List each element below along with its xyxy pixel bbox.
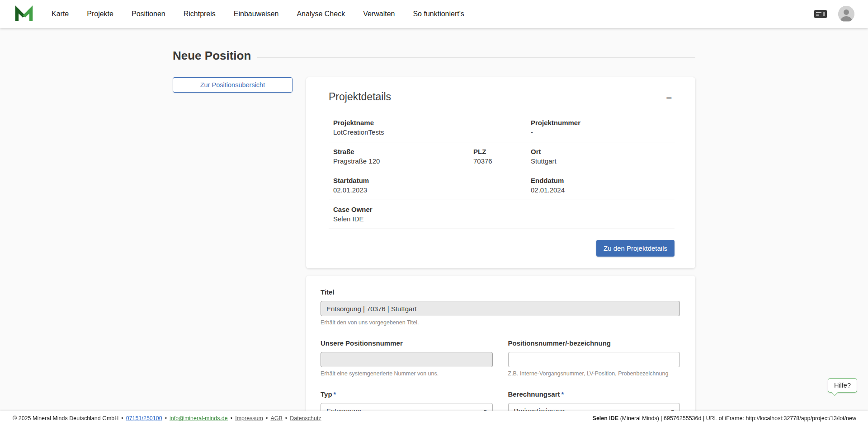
titel-label: Titel <box>321 288 680 296</box>
title-divider <box>257 57 695 58</box>
field-projektnummer: Projektnummer - <box>531 119 671 136</box>
email-link[interactable]: info@mineral-minds.de <box>170 415 228 421</box>
titel-input <box>321 301 680 316</box>
positionsnummer-input[interactable] <box>508 352 680 367</box>
main-content: Neue Position Zur Positionsübersicht Pro… <box>0 28 868 426</box>
field-strasse: Straße Pragstraße 120 <box>333 148 473 165</box>
field-value: Pragstraße 120 <box>333 157 473 165</box>
field-label: Projektname <box>333 119 531 126</box>
copyright-text: © 2025 Mineral Minds Deutschland GmbH <box>13 415 118 421</box>
field-projektname: Projektname LotCreationTests <box>333 119 531 136</box>
nav-item-einbauweisen[interactable]: Einbauweisen <box>234 10 279 18</box>
field-value: 02.01.2024 <box>531 186 671 194</box>
position-form-card: Titel Erhält den von uns vorgegebenen Ti… <box>306 276 695 426</box>
nav-item-verwalten[interactable]: Verwalten <box>363 10 395 18</box>
field-value: - <box>531 128 671 136</box>
app-footer: © 2025 Mineral Minds Deutschland GmbH • … <box>0 411 868 426</box>
field-plz: PLZ 70376 <box>473 148 531 165</box>
berechnungsart-label-text: Berechnungsart <box>508 390 560 398</box>
separator: • <box>266 415 268 421</box>
field-case-owner: Case Owner Selen IDE <box>333 206 671 223</box>
footer-left: © 2025 Mineral Minds Deutschland GmbH • … <box>13 415 321 421</box>
nav-item-analyse-check[interactable]: Analyse Check <box>297 10 345 18</box>
page-title: Neue Position <box>173 49 251 63</box>
separator: • <box>121 415 123 421</box>
top-navbar: Karte Projekte Positionen Richtpreis Ein… <box>0 0 868 28</box>
field-value: LotCreationTests <box>333 128 531 136</box>
help-button[interactable]: Hilfe? <box>828 378 857 393</box>
session-user: Selen IDE <box>593 415 619 421</box>
field-value: 70376 <box>473 157 531 165</box>
field-label: Startdatum <box>333 177 531 184</box>
berechnungsart-label: Berechnungsart* <box>508 390 680 398</box>
table-row: Case Owner Selen IDE <box>329 200 675 229</box>
required-asterisk: * <box>561 390 564 398</box>
project-details-table: Projektname LotCreationTests Projektnumm… <box>329 113 675 229</box>
nav-item-so-funktionierts[interactable]: So funktioniert's <box>413 10 464 18</box>
user-avatar[interactable] <box>838 6 854 22</box>
positionsnummer-helper: Z.B. Interne-Vorgangsnummer, LV-Position… <box>508 370 680 377</box>
table-row: Straße Pragstraße 120 PLZ 70376 Ort Stut… <box>329 142 675 171</box>
agb-link[interactable]: AGB <box>270 415 282 421</box>
field-label: PLZ <box>473 148 531 155</box>
nav-item-karte[interactable]: Karte <box>52 10 69 18</box>
collapse-button[interactable]: – <box>664 91 675 104</box>
field-value: Stuttgart <box>531 157 671 165</box>
titel-field-group: Titel Erhält den von uns vorgegebenen Ti… <box>321 288 680 326</box>
mineral-minds-logo-icon <box>14 4 34 24</box>
project-card-title: Projektdetails <box>329 91 391 103</box>
field-label: Ort <box>531 148 671 155</box>
session-details: (Mineral Minds) | 69576255536d | URL of … <box>618 415 856 421</box>
nav-item-projekte[interactable]: Projekte <box>87 10 113 18</box>
impressum-link[interactable]: Impressum <box>235 415 263 421</box>
datenschutz-link[interactable]: Datenschutz <box>290 415 321 421</box>
unsere-positionsnummer-field-group: Unsere Positionsnummer Erhält eine syste… <box>321 339 493 377</box>
separator: • <box>231 415 232 421</box>
field-label: Straße <box>333 148 473 155</box>
separator: • <box>165 415 167 421</box>
cards-column: Projektdetails – Projektname LotCreation… <box>306 77 695 426</box>
person-icon <box>838 6 854 22</box>
required-asterisk: * <box>334 390 336 398</box>
nav-item-richtpreis[interactable]: Richtpreis <box>184 10 216 18</box>
titel-helper: Erhält den von uns vorgegebenen Titel. <box>321 319 680 326</box>
nav-item-positionen[interactable]: Positionen <box>132 10 165 18</box>
back-to-positions-button[interactable]: Zur Positionsübersicht <box>173 77 292 93</box>
unsere-positionsnummer-helper: Erhält eine systemgenerierte Nummer von … <box>321 370 493 377</box>
unsere-positionsnummer-input <box>321 352 493 367</box>
field-label: Projektnummer <box>531 119 671 126</box>
project-details-button[interactable]: Zu den Projektdetails <box>596 240 675 257</box>
page-header: Neue Position <box>173 49 695 63</box>
footer-session-info: Selen IDE (Mineral Minds) | 69576255536d… <box>593 415 856 421</box>
phone-link[interactable]: 07151/250100 <box>126 415 162 421</box>
table-row: Startdatum 02.01.2023 Enddatum 02.01.202… <box>329 171 675 200</box>
positionsnummer-field-group: Positionsnummer/-bezeichnung Z.B. Intern… <box>508 339 680 377</box>
field-label: Case Owner <box>333 206 671 213</box>
navbar-right <box>814 6 854 22</box>
field-label: Enddatum <box>531 177 671 184</box>
left-column: Zur Positionsübersicht <box>173 77 292 93</box>
field-enddatum: Enddatum 02.01.2024 <box>531 177 671 194</box>
field-startdatum: Startdatum 02.01.2023 <box>333 177 531 194</box>
unsere-positionsnummer-label: Unsere Positionsnummer <box>321 339 493 347</box>
positionsnummer-label: Positionsnummer/-bezeichnung <box>508 339 680 347</box>
typ-label-text: Typ <box>321 390 332 398</box>
app-logo[interactable] <box>14 4 34 24</box>
table-row: Projektname LotCreationTests Projektnumm… <box>329 113 675 142</box>
main-nav: Karte Projekte Positionen Richtpreis Ein… <box>52 10 464 18</box>
project-details-card: Projektdetails – Projektname LotCreation… <box>306 77 695 268</box>
typ-label: Typ* <box>321 390 493 398</box>
field-ort: Ort Stuttgart <box>531 148 671 165</box>
field-value: Selen IDE <box>333 215 671 223</box>
separator: • <box>285 415 287 421</box>
field-value: 02.01.2023 <box>333 186 531 194</box>
card-reader-icon[interactable] <box>814 9 827 19</box>
